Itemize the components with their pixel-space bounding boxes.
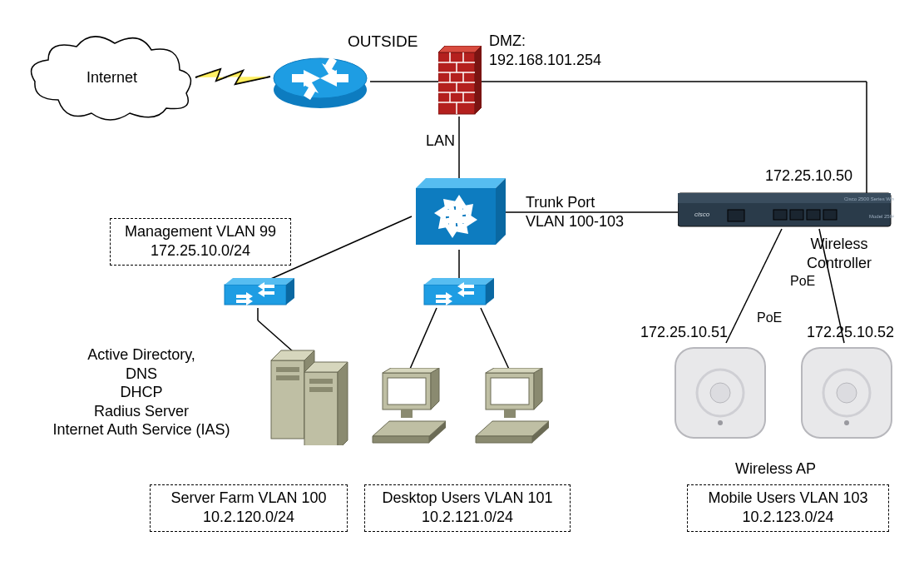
svg-marker-65 <box>431 368 439 410</box>
svg-rect-75 <box>504 410 516 418</box>
svg-line-10 <box>408 308 437 375</box>
svg-rect-44 <box>807 210 820 220</box>
wlc-ip-label: 172.25.10.50 <box>765 166 852 186</box>
svg-rect-53 <box>271 360 304 439</box>
server-farm-box: Server Farm VLAN 100 10.2.120.0/24 <box>150 484 348 532</box>
ap1-ip-label: 172.25.10.51 <box>640 323 728 342</box>
access-switch-mid <box>421 276 496 311</box>
services-text: Active Directory, DNS DHCP Radius Server… <box>29 345 254 439</box>
svg-rect-64 <box>388 378 426 405</box>
svg-point-81 <box>710 383 730 403</box>
svg-point-86 <box>844 420 849 425</box>
svg-text:Model 2504: Model 2504 <box>869 214 894 219</box>
svg-rect-45 <box>823 210 837 220</box>
svg-rect-50 <box>424 285 486 305</box>
dmz-label: DMZ: 192.168.101.254 <box>489 32 601 69</box>
internet-label: Internet <box>86 68 137 87</box>
svg-point-82 <box>718 420 723 425</box>
svg-rect-42 <box>773 210 787 220</box>
lan-label: LAN <box>426 132 455 151</box>
svg-rect-43 <box>790 210 803 220</box>
desktop-users-box: Desktop Users VLAN 101 10.2.121.0/24 <box>364 484 571 532</box>
poe-label-2: PoE <box>757 310 782 326</box>
svg-rect-62 <box>309 387 333 392</box>
wap-label: Wireless AP <box>735 459 816 479</box>
core-switch-icon <box>409 176 507 253</box>
svg-marker-60 <box>338 362 348 445</box>
wlc-label: Wireless Controller <box>807 235 872 272</box>
svg-marker-34 <box>416 178 506 188</box>
svg-rect-61 <box>309 379 333 384</box>
svg-marker-77 <box>476 436 532 443</box>
svg-marker-51 <box>424 278 494 285</box>
svg-marker-17 <box>438 46 482 52</box>
svg-marker-35 <box>496 178 506 245</box>
firewall-icon <box>438 46 482 117</box>
outside-label: OUTSIDE <box>348 32 418 52</box>
ap-1-icon <box>670 343 770 443</box>
wireless-controller-icon: Cisco 2500 Series Wireless Controller ci… <box>678 190 894 231</box>
mgmt-vlan-box: Management VLAN 99 172.25.10.0/24 <box>110 218 291 266</box>
servers-icon <box>264 345 356 445</box>
svg-rect-67 <box>401 410 413 418</box>
svg-marker-48 <box>225 278 294 285</box>
svg-rect-41 <box>728 210 744 221</box>
ap-2-icon <box>797 343 897 443</box>
svg-marker-73 <box>534 368 542 410</box>
svg-marker-18 <box>475 46 482 114</box>
router-icon <box>270 52 370 112</box>
mobile-users-box: Mobile Users VLAN 103 10.2.123.0/24 <box>687 484 889 532</box>
svg-marker-69 <box>373 436 429 443</box>
trunk-label: Trunk Port VLAN 100-103 <box>526 193 624 231</box>
svg-point-85 <box>837 383 857 403</box>
pc-2-icon <box>471 368 554 448</box>
svg-text:cisco: cisco <box>694 211 710 218</box>
svg-text:Cisco 2500 Series Wireless Con: Cisco 2500 Series Wireless Controller <box>844 196 894 201</box>
pc-1-icon <box>368 368 451 448</box>
svg-marker-66 <box>383 368 439 373</box>
svg-rect-57 <box>276 375 299 380</box>
svg-line-11 <box>481 308 511 375</box>
poe-label-1: PoE <box>790 273 815 290</box>
svg-rect-72 <box>491 378 529 405</box>
access-switch-left <box>221 276 296 311</box>
ap2-ip-label: 172.25.10.52 <box>807 323 894 342</box>
svg-rect-47 <box>225 285 286 305</box>
svg-marker-74 <box>486 368 542 373</box>
svg-rect-56 <box>276 367 299 372</box>
